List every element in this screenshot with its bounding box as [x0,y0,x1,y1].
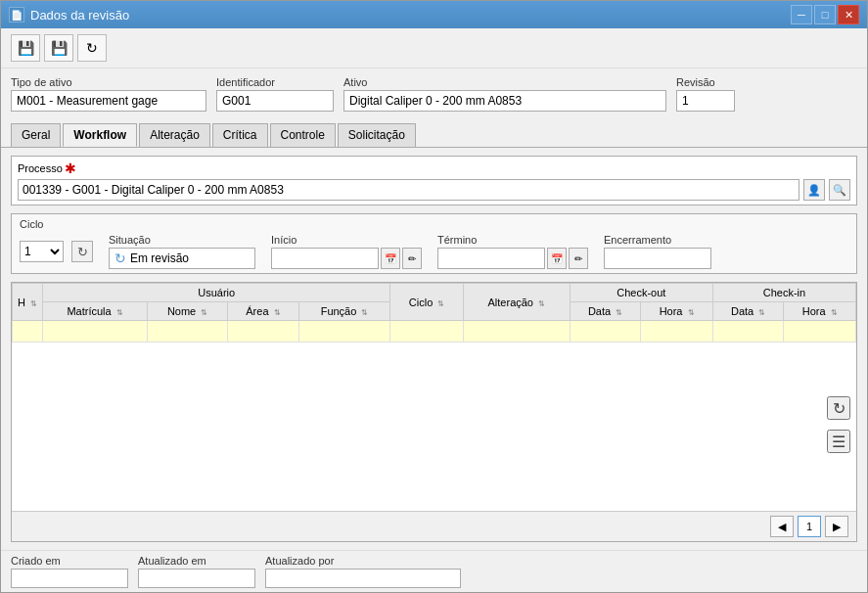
processo-search-button[interactable]: 🔍 [829,179,850,201]
close-button[interactable]: ✕ [838,5,859,24]
window-title: Dados da revisão [30,8,129,23]
cell-matricula [43,321,148,342]
processo-add-button[interactable]: 👤 [803,179,825,201]
tipo-ativo-group: Tipo de ativo [11,76,206,112]
termino-calendar-button[interactable]: 📅 [547,248,567,269]
situacao-icon: ↻ [114,251,126,266]
toolbar: 💾 💾 ↻ [1,28,867,68]
maximize-button[interactable]: □ [814,5,836,24]
current-page: 1 [798,516,821,537]
situacao-display: ↻ Em revisão [109,248,255,269]
ciclo-refresh-button[interactable]: ↻ [71,241,93,262]
minimize-button[interactable]: ─ [791,5,812,24]
encerramento-input[interactable] [604,248,711,269]
col-ciclo-header[interactable]: Ciclo ⇅ [390,284,463,321]
ciclo-label: Ciclo [20,218,848,230]
revisao-input[interactable] [676,90,735,112]
situacao-group: Situação ↻ Em revisão [109,234,255,269]
termino-clear-button[interactable]: ✏ [569,248,588,269]
atualizado-por-input[interactable] [265,569,461,588]
tab-alteracao[interactable]: Alteração [139,123,210,147]
col-nome-header[interactable]: Nome ⇅ [148,302,228,321]
title-bar: 📄 Dados da revisão ─ □ ✕ [1,1,867,28]
inicio-clear-button[interactable]: ✏ [402,248,422,269]
inicio-calendar-button[interactable]: 📅 [381,248,400,269]
tab-controle[interactable]: Controle [270,123,336,147]
required-indicator: ✱ [65,160,76,176]
save-as-button[interactable]: 💾 [44,34,73,62]
table-row [13,321,856,342]
main-window: 📄 Dados da revisão ─ □ ✕ 💾 💾 ↻ Tipo de a… [0,0,868,593]
tab-critica[interactable]: Crítica [212,123,268,147]
tab-workflow[interactable]: Workflow [63,123,137,147]
cell-data1 [570,321,641,342]
inicio-group: Início 📅 ✏ [271,234,422,269]
identificador-label: Identificador [216,76,334,88]
tab-bar: Geral Workflow Alteração Crítica Control… [1,119,867,148]
col-alteracao-header[interactable]: Alteração ⇅ [463,284,570,321]
tipo-ativo-input[interactable] [11,90,206,112]
next-page-button[interactable]: ▶ [825,516,848,537]
cell-nome [148,321,228,342]
col-data2-header[interactable]: Data ⇅ [712,302,784,321]
ciclo-section: Ciclo 1 2 3 ↻ Situação ↻ Em revisão Iníc… [11,213,857,274]
table-refresh-button[interactable]: ↻ [827,396,850,420]
situacao-label: Situação [109,234,255,246]
form-fields: Tipo de ativo Identificador Ativo Revisã… [1,68,867,119]
inicio-label: Início [271,234,422,246]
col-h-header[interactable]: H ⇅ [13,284,43,321]
window-icon: 📄 [9,7,24,23]
col-matricula-header[interactable]: Matrícula ⇅ [43,302,148,321]
termino-group: Término 📅 ✏ [437,234,588,269]
col-checkin-header: Check-in [712,284,855,302]
cell-hora2 [784,321,856,342]
criado-em-input[interactable] [11,569,128,588]
ativo-input[interactable] [343,90,666,112]
tab-solicitacao[interactable]: Solicitação [338,123,416,147]
prev-page-button[interactable]: ◀ [770,516,794,537]
atualizado-em-label: Atualizado em [138,555,255,567]
termino-label: Término [437,234,588,246]
save-button[interactable]: 💾 [11,34,40,62]
content-area: Processo ✱ 👤 🔍 Ciclo 1 2 3 ↻ Situação [1,148,867,550]
cell-alteracao [463,321,570,342]
col-usuario-header: Usuário [43,284,390,302]
termino-input[interactable] [437,248,545,269]
situacao-value: Em revisão [130,251,189,265]
cell-funcao [298,321,390,342]
col-area-header[interactable]: Área ⇅ [228,302,299,321]
inicio-input[interactable] [271,248,379,269]
cell-h [13,321,43,342]
processo-input[interactable] [18,179,799,201]
ciclo-select[interactable]: 1 2 3 [20,241,64,262]
criado-em-group: Criado em [11,555,128,588]
cell-area [228,321,299,342]
refresh-button[interactable]: ↻ [77,34,107,62]
cell-hora1 [641,321,713,342]
col-hora2-header[interactable]: Hora ⇅ [784,302,856,321]
workflow-table-area: H ⇅ Usuário Ciclo ⇅ Alteração [11,282,857,542]
atualizado-em-input[interactable] [138,569,255,588]
col-data1-header[interactable]: Data ⇅ [570,302,641,321]
window-controls: ─ □ ✕ [791,5,859,24]
table-list-button[interactable]: ☰ [827,430,850,453]
encerramento-label: Encerramento [604,234,711,246]
identificador-input[interactable] [216,90,334,112]
identificador-group: Identificador [216,76,334,112]
table-container: H ⇅ Usuário Ciclo ⇅ Alteração [12,283,856,511]
revisao-group: Revisão [676,76,735,112]
processo-group: Processo ✱ 👤 🔍 [11,156,857,205]
col-hora1-header[interactable]: Hora ⇅ [641,302,713,321]
table-pagination: ◀ 1 ▶ [12,511,856,541]
atualizado-por-group: Atualizado por [265,555,461,588]
workflow-table: H ⇅ Usuário Ciclo ⇅ Alteração [12,283,856,342]
tipo-ativo-label: Tipo de ativo [11,76,206,88]
cell-data2 [712,321,784,342]
tab-geral[interactable]: Geral [11,123,61,147]
col-checkout-header: Check-out [570,284,712,302]
atualizado-por-label: Atualizado por [265,555,461,567]
ativo-group: Ativo [343,76,666,112]
processo-label: Processo [18,162,63,174]
encerramento-group: Encerramento [604,234,711,269]
col-funcao-header[interactable]: Função ⇅ [298,302,390,321]
